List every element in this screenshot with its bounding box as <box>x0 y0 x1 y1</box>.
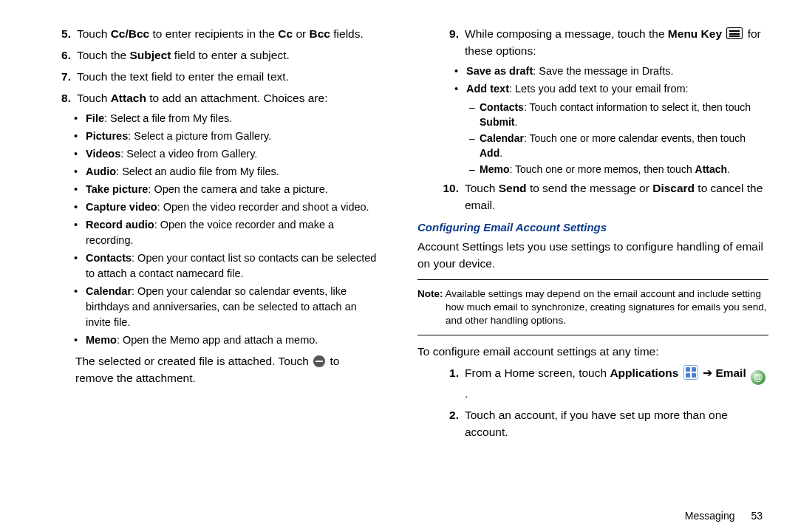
note-block: Note: Available settings may depend on t… <box>417 287 768 327</box>
footer-page: 53 <box>751 510 763 522</box>
step-body: Touch Attach to add an attachment. Choic… <box>77 89 381 106</box>
step-body: From a Home screen, touch Applications ➔… <box>465 364 768 402</box>
menu-options-list: Save as draft: Save the message in Draft… <box>417 64 768 97</box>
email-app-icon <box>751 370 765 385</box>
config-step-2: 2.Touch an account, if you have set up m… <box>417 406 768 440</box>
attach-options-list: File: Select a file from My files.Pictur… <box>30 111 381 348</box>
applications-icon <box>683 365 698 380</box>
left-column: 5.Touch Cc/Bcc to enter recipients in th… <box>30 22 399 525</box>
menu-key-icon <box>726 27 743 39</box>
step-10: 10.Touch Send to send the message or Dis… <box>417 180 768 214</box>
step-number: 1. <box>440 364 459 402</box>
divider <box>417 279 768 280</box>
step-9: 9.While composing a message, touch the M… <box>417 25 768 59</box>
note-label: Note: <box>417 288 443 299</box>
attach-option: Take picture: Open the camera and take a… <box>74 182 381 197</box>
step-7: 7.Touch the text field to enter the emai… <box>30 68 381 85</box>
note-body: Available settings may depend on the ema… <box>446 288 767 326</box>
attach-option: Contacts: Open your contact list so cont… <box>74 250 381 282</box>
attach-option: File: Select a file from My files. <box>74 111 381 126</box>
attach-option: Audio: Select an audio file from My file… <box>74 164 381 180</box>
add-text-source: Calendar: Touch one or more calendar eve… <box>469 131 768 160</box>
footer-section: Messaging <box>685 510 735 522</box>
step-body: Touch the text field to enter the email … <box>77 68 381 85</box>
step-6: 6.Touch the Subject field to enter a sub… <box>30 47 381 64</box>
add-text-sublist: Contacts: Touch contact information to s… <box>417 100 768 177</box>
section-heading: Configuring Email Account Settings <box>417 221 768 233</box>
step-body: Touch Cc/Bcc to enter recipients in the … <box>77 25 381 42</box>
step-number: 6. <box>52 47 71 64</box>
step-body: Touch the Subject field to enter a subje… <box>77 47 381 64</box>
step-number: 7. <box>52 68 71 85</box>
attach-option: Calendar: Open your calendar so calendar… <box>74 284 381 330</box>
remove-attachment-icon <box>313 355 325 367</box>
attach-option: Capture video: Open the video recorder a… <box>74 200 381 215</box>
add-text-source: Memo: Touch one or more memos, then touc… <box>469 162 768 177</box>
step-number: 5. <box>52 25 71 42</box>
step-number: 2. <box>440 406 459 440</box>
step-5: 5.Touch Cc/Bcc to enter recipients in th… <box>30 25 381 42</box>
attach-option: Videos: Select a video from Gallery. <box>74 146 381 162</box>
step-body: Touch Send to send the message or Discar… <box>465 180 768 214</box>
page-footer: Messaging 53 <box>685 510 763 522</box>
step-number: 10. <box>440 180 459 214</box>
attach-option: Memo: Open the Memo app and attach a mem… <box>74 332 381 348</box>
step-8: 8.Touch Attach to add an attachment. Cho… <box>30 89 381 106</box>
config-step-1: 1.From a Home screen, touch Applications… <box>417 364 768 402</box>
add-text-source: Contacts: Touch contact information to s… <box>469 100 768 129</box>
after-attach-note: The selected or created file is attached… <box>75 352 381 386</box>
attach-option: Record audio: Open the voice recorder an… <box>74 217 381 248</box>
steps-lead-in: To configure email account settings at a… <box>417 343 768 360</box>
step-number: 8. <box>52 89 71 106</box>
section-intro: Account Settings lets you use settings t… <box>417 238 768 272</box>
arrow-icon: ➔ <box>703 366 712 379</box>
divider <box>417 335 768 335</box>
right-column: 9.While composing a message, touch the M… <box>399 22 768 525</box>
attach-option: Pictures: Select a picture from Gallery. <box>74 129 381 144</box>
step-body: While composing a message, touch the Men… <box>465 25 768 59</box>
step-body: Touch an account, if you have set up mor… <box>465 406 768 440</box>
menu-option: Save as draft: Save the message in Draft… <box>454 64 768 79</box>
menu-option: Add text: Lets you add text to your emai… <box>454 81 768 97</box>
step-number: 9. <box>440 25 459 59</box>
